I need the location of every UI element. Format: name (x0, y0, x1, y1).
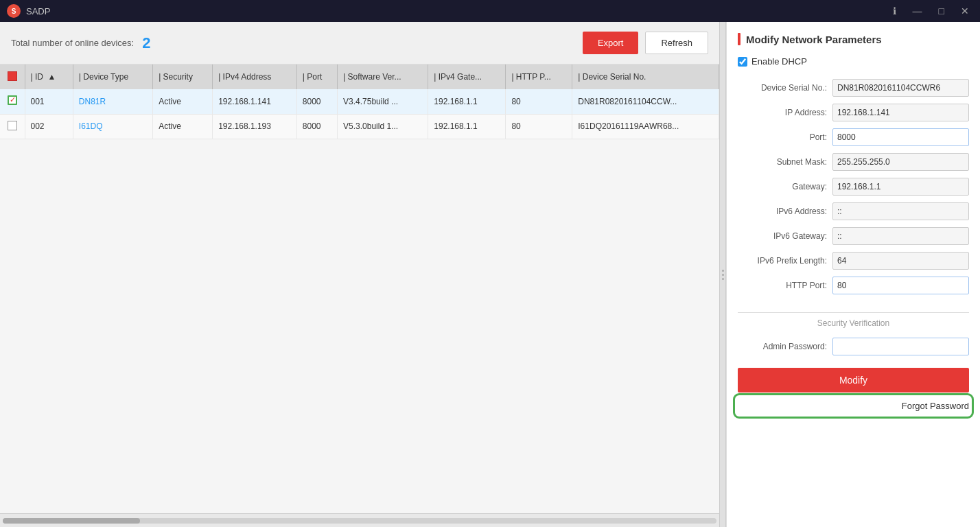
col-device-type[interactable]: | Device Type (73, 65, 152, 89)
ipv6-prefix-value: 64 (832, 252, 969, 270)
row2-device-type[interactable]: I61DQ (73, 114, 152, 139)
close-button[interactable]: ✕ (957, 4, 973, 18)
security-verification-label: Security Verification (738, 318, 969, 328)
subnet-mask-label: Subnet Mask: (738, 157, 827, 167)
ipv6-address-label: IPv6 Address: (738, 207, 827, 216)
scrollbar-thumb[interactable] (3, 518, 140, 524)
row1-software-ver: V3.4.75build ... (338, 89, 428, 114)
ipv6-prefix-group: IPv6 Prefix Length: 64 (738, 252, 969, 270)
ipv6-gateway-group: IPv6 Gateway: :: (738, 227, 969, 245)
admin-password-input[interactable] (832, 338, 969, 355)
section-divider (738, 312, 969, 313)
title-bar: S SADP ℹ — □ ✕ (0, 0, 980, 22)
row2-http-port: 80 (506, 114, 572, 139)
dhcp-checkbox[interactable] (738, 57, 747, 67)
row1-device-type[interactable]: DN81R (73, 89, 152, 114)
refresh-button[interactable]: Refresh (645, 32, 708, 54)
http-port-group: HTTP Port: (738, 277, 969, 294)
table-row[interactable]: 001 DN81R Active 192.168.1.141 8000 V3.4… (0, 89, 719, 114)
device-table: | ID ▲ | Device Type | Security | IPv4 A… (0, 65, 719, 139)
minimize-button[interactable]: — (909, 4, 926, 18)
row2-checkbox[interactable] (8, 121, 17, 130)
col-port[interactable]: | Port (296, 65, 337, 89)
total-devices-label: Total number of online devices: (11, 38, 134, 48)
row2-checkbox-cell[interactable] (0, 114, 25, 139)
toolbar: Total number of online devices: 2 Export… (0, 22, 719, 65)
row2-port: 8000 (296, 114, 337, 139)
export-button[interactable]: Export (583, 32, 639, 54)
row2-serial: I61DQ20161119AAWR68... (572, 114, 719, 139)
maximize-button[interactable]: □ (935, 4, 948, 18)
ipv6-gateway-value: :: (832, 227, 969, 245)
col-software-ver[interactable]: | Software Ver... (338, 65, 428, 89)
col-serial-no[interactable]: | Device Serial No. (572, 65, 719, 89)
row1-checkbox-cell[interactable] (0, 89, 25, 114)
app-title: SADP (26, 6, 883, 16)
forgot-password-link[interactable]: Forgot Password (738, 398, 969, 414)
panel-splitter[interactable] (719, 22, 726, 527)
row2-ipv4: 192.168.1.193 (213, 114, 297, 139)
row1-serial: DN81R0820161104CCW... (572, 89, 719, 114)
row1-id: 001 (25, 89, 73, 114)
left-panel: Total number of online devices: 2 Export… (0, 22, 719, 527)
subnet-mask-value: 255.255.255.0 (832, 153, 969, 171)
row1-device-link: DN81R (79, 97, 106, 106)
panel-title-container: Modify Network Parameters (738, 33, 969, 45)
serial-no-value: DN81R0820161104CCWR6 (832, 79, 969, 97)
dhcp-label[interactable]: Enable DHCP (751, 56, 807, 67)
http-port-input[interactable] (832, 277, 969, 294)
subnet-mask-group: Subnet Mask: 255.255.255.0 (738, 153, 969, 171)
port-group: Port: (738, 128, 969, 146)
ipv6-address-group: IPv6 Address: :: (738, 202, 969, 220)
col-ipv4-gateway[interactable]: | IPv4 Gate... (428, 65, 506, 89)
device-count: 2 (142, 34, 150, 52)
ip-address-label: IP Address: (738, 108, 827, 117)
enable-dhcp-group: Enable DHCP (738, 56, 969, 67)
title-accent-bar (738, 33, 740, 45)
row1-http-port: 80 (506, 89, 572, 114)
ipv6-address-value: :: (832, 202, 969, 220)
row1-checkbox[interactable] (8, 95, 17, 105)
admin-password-group: Admin Password: (738, 338, 969, 355)
info-icon[interactable]: ℹ (889, 4, 900, 18)
row1-ipv4: 192.168.1.141 (213, 89, 297, 114)
ip-address-value: 192.168.1.141 (832, 104, 969, 121)
admin-password-label: Admin Password: (738, 342, 827, 351)
port-label: Port: (738, 132, 827, 142)
horizontal-scrollbar[interactable] (0, 513, 719, 527)
serial-no-label: Device Serial No.: (738, 83, 827, 93)
http-port-label: HTTP Port: (738, 281, 827, 290)
splitter-handle (722, 270, 724, 280)
modify-button[interactable]: Modify (738, 368, 969, 393)
gateway-label: Gateway: (738, 182, 827, 191)
row1-port: 8000 (296, 89, 337, 114)
ipv6-gateway-label: IPv6 Gateway: (738, 231, 827, 241)
port-input[interactable] (832, 128, 969, 146)
row2-device-link: I61DQ (79, 121, 103, 131)
col-ipv4-address[interactable]: | IPv4 Address (213, 65, 297, 89)
row1-security: Active (153, 89, 213, 114)
col-id[interactable]: | ID ▲ (25, 65, 73, 89)
table-row[interactable]: 002 I61DQ Active 192.168.1.193 8000 V5.3… (0, 114, 719, 139)
toolbar-right: Export Refresh (583, 32, 708, 54)
ipv6-prefix-label: IPv6 Prefix Length: (738, 256, 827, 266)
row2-id: 002 (25, 114, 73, 139)
device-table-container: | ID ▲ | Device Type | Security | IPv4 A… (0, 65, 719, 513)
row2-software-ver: V5.3.0build 1... (338, 114, 428, 139)
col-http-port[interactable]: | HTTP P... (506, 65, 572, 89)
main-container: Total number of online devices: 2 Export… (0, 22, 980, 527)
gateway-group: Gateway: 192.168.1.1 (738, 178, 969, 196)
app-logo: S (7, 4, 21, 18)
col-checkbox[interactable] (0, 65, 25, 89)
row2-gateway: 192.168.1.1 (428, 114, 506, 139)
col-security[interactable]: | Security (153, 65, 213, 89)
scrollbar-track[interactable] (3, 518, 716, 524)
gateway-value: 192.168.1.1 (832, 178, 969, 196)
panel-title: Modify Network Parameters (746, 34, 882, 45)
ip-address-group: IP Address: 192.168.1.141 (738, 104, 969, 121)
serial-no-group: Device Serial No.: DN81R0820161104CCWR6 (738, 79, 969, 97)
row2-security: Active (153, 114, 213, 139)
row1-gateway: 192.168.1.1 (428, 89, 506, 114)
table-header-row: | ID ▲ | Device Type | Security | IPv4 A… (0, 65, 719, 89)
select-all-checkbox[interactable] (8, 71, 17, 81)
